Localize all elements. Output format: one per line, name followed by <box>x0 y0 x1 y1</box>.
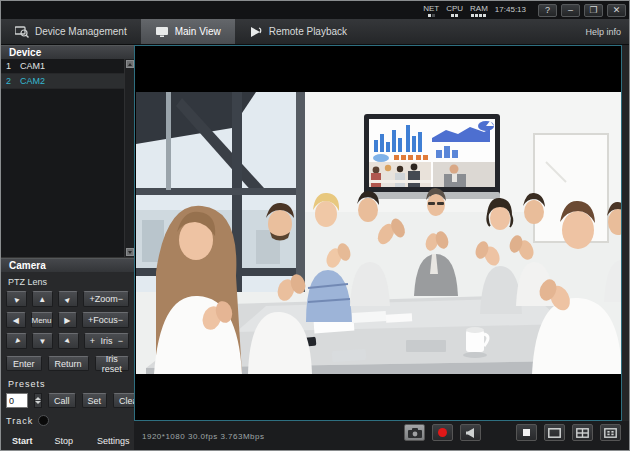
stop-all-button[interactable] <box>516 424 537 441</box>
tab-main-view[interactable]: Main View <box>141 19 235 44</box>
preset-number-input[interactable] <box>6 393 28 408</box>
conference-room-image <box>136 92 622 374</box>
close-button[interactable]: ✕ <box>607 4 626 17</box>
ptz-menu-button[interactable]: Menu <box>31 312 53 328</box>
preset-set-button[interactable]: Set <box>82 393 108 408</box>
return-button[interactable]: Return <box>48 356 89 371</box>
maximize-button[interactable]: ❐ <box>584 4 603 17</box>
tab-device-management-label: Device Management <box>35 26 127 37</box>
iris-minus-icon[interactable]: − <box>118 336 123 346</box>
help-info-button[interactable]: Help info <box>585 19 621 44</box>
fullscreen-button[interactable] <box>600 424 621 441</box>
stepper-down-icon[interactable] <box>35 401 41 404</box>
system-indicators: NET CPU RAM 17:45:13 <box>423 4 526 17</box>
focus-label: Focus <box>93 315 118 325</box>
iris-label: Iris <box>100 336 112 346</box>
down-right-arrow-icon: ▲ <box>62 335 74 347</box>
iris-control[interactable]: + Iris − <box>84 333 129 349</box>
device-list-item-cam2[interactable]: 2 CAM2 <box>1 74 134 89</box>
ptz-down-left-button[interactable]: ▲ <box>6 333 27 349</box>
device-index: 1 <box>6 61 12 71</box>
up-left-arrow-icon: ▲ <box>10 293 22 305</box>
quad-view-icon <box>576 428 589 438</box>
record-icon <box>438 428 447 437</box>
enter-button[interactable]: Enter <box>6 356 42 371</box>
main-tab-bar: Device Management Main View Remote Playb… <box>1 19 629 45</box>
left-arrow-icon: ◀ <box>13 316 19 325</box>
layout-single-button[interactable] <box>544 424 565 441</box>
ptz-up-right-button[interactable]: ▲ <box>58 291 79 307</box>
cpu-indicator: CPU <box>446 4 463 17</box>
scroll-down-icon[interactable] <box>126 248 134 256</box>
zoom-minus-icon[interactable]: − <box>118 294 123 304</box>
net-meter <box>428 14 435 17</box>
down-left-arrow-icon: ▲ <box>10 335 22 347</box>
ptz-up-left-button[interactable]: ▲ <box>6 291 27 307</box>
preset-call-button[interactable]: Call <box>48 393 76 408</box>
right-arrow-icon: ▶ <box>64 316 70 325</box>
ram-label: RAM <box>470 4 488 13</box>
minimize-button[interactable]: – <box>561 4 580 17</box>
settings-button[interactable]: Settings <box>93 434 134 448</box>
content-area: Device 1 CAM1 2 CAM2 Camera PTZ Lens ▲ ▲ <box>1 45 629 451</box>
device-panel-header: Device <box>1 45 134 59</box>
stream-info: 1920*1080 30.0fps 3.763Mbps <box>142 432 264 441</box>
stepper-up-icon[interactable] <box>35 397 41 400</box>
tab-remote-playback[interactable]: Remote Playback <box>235 19 361 44</box>
device-list-item-cam1[interactable]: 1 CAM1 <box>1 59 134 74</box>
up-right-arrow-icon: ▲ <box>62 293 74 305</box>
net-indicator: NET <box>423 4 439 17</box>
focus-control[interactable]: + Focus − <box>82 312 129 328</box>
device-name: CAM1 <box>20 61 45 71</box>
stop-icon <box>523 429 530 436</box>
camera-panel-header: Camera <box>1 258 134 272</box>
zoom-control[interactable]: + Zoom − <box>83 291 129 307</box>
up-arrow-icon: ▲ <box>38 295 46 304</box>
net-label: NET <box>423 4 439 13</box>
main-view-icon <box>155 26 169 37</box>
device-index: 2 <box>6 76 12 86</box>
snapshot-button[interactable] <box>404 424 425 441</box>
ptz-down-button[interactable]: ▼ <box>32 333 53 349</box>
device-management-icon <box>15 26 29 37</box>
ptz-right-button[interactable]: ▶ <box>58 312 78 328</box>
status-bar: 1920*1080 30.0fps 3.763Mbps <box>134 421 629 451</box>
start-button[interactable]: Start <box>8 434 37 448</box>
preset-stepper[interactable] <box>34 393 42 408</box>
tab-main-view-label: Main View <box>175 26 221 37</box>
stop-button[interactable]: Stop <box>51 434 78 448</box>
ptz-lens-label: PTZ Lens <box>8 277 129 287</box>
ram-meter <box>471 14 486 17</box>
speaker-icon <box>465 427 477 439</box>
track-label: Track <box>6 416 33 426</box>
audio-button[interactable] <box>460 424 481 441</box>
cpu-meter <box>451 14 458 17</box>
layout-quad-button[interactable] <box>572 424 593 441</box>
scroll-up-icon[interactable] <box>126 60 134 68</box>
ram-indicator: RAM <box>470 4 488 17</box>
camera-icon <box>408 428 422 438</box>
focus-minus-icon[interactable]: − <box>118 315 123 325</box>
title-bar: NET CPU RAM 17:45:13 ? – ❐ ✕ <box>1 1 629 19</box>
ptz-down-right-button[interactable]: ▲ <box>58 333 79 349</box>
ptz-up-button[interactable]: ▲ <box>32 291 53 307</box>
tab-device-management[interactable]: Device Management <box>1 19 141 44</box>
fullscreen-icon <box>604 428 617 438</box>
track-toggle[interactable] <box>38 415 49 426</box>
record-button[interactable] <box>432 424 453 441</box>
video-controls <box>397 424 621 441</box>
ptz-section: PTZ Lens ▲ ▲ ▲ + Zoom − ◀ Menu ▶ <box>1 272 134 451</box>
menu-label: Menu <box>32 316 52 325</box>
left-panel: Device 1 CAM1 2 CAM2 Camera PTZ Lens ▲ ▲ <box>1 45 134 451</box>
live-video-panel[interactable] <box>134 45 622 421</box>
iris-plus-icon[interactable]: + <box>90 336 95 346</box>
help-button[interactable]: ? <box>538 4 557 17</box>
right-column: 1920*1080 30.0fps 3.763Mbps <box>134 45 629 451</box>
device-name: CAM2 <box>20 76 45 86</box>
device-list: 1 CAM1 2 CAM2 <box>1 59 134 258</box>
tab-remote-playback-label: Remote Playback <box>269 26 347 37</box>
iris-reset-button[interactable]: Iris reset <box>95 356 129 371</box>
device-list-scrollbar[interactable] <box>124 59 134 257</box>
zoom-label: Zoom <box>95 294 118 304</box>
ptz-left-button[interactable]: ◀ <box>6 312 26 328</box>
